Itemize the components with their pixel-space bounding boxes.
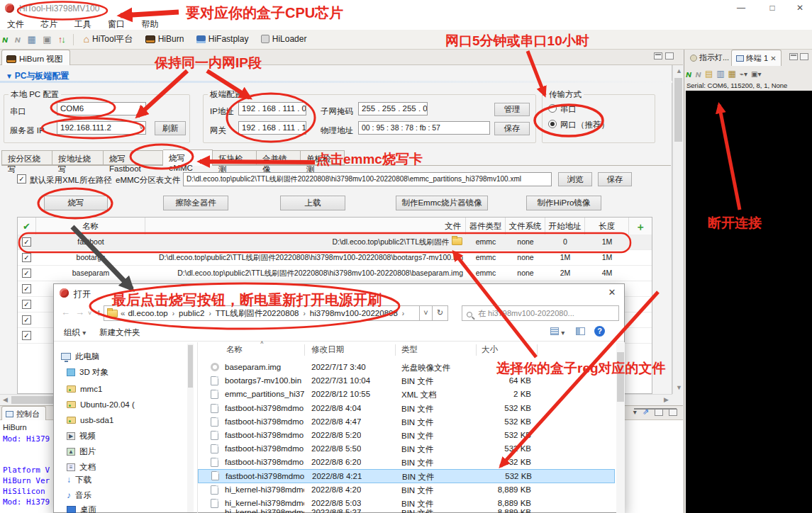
lock-icon[interactable]: ▦ — [728, 69, 736, 79]
sidebar-item-desktop[interactable]: 桌面 — [67, 502, 96, 513]
ip-input[interactable]: 192 . 168 . 111 . 0 — [238, 102, 306, 115]
file-row[interactable]: fastboot-hi3798mdmo1a.bin2022/8/8 4:04BI… — [198, 402, 615, 416]
netmask-input[interactable]: 255 . 255 . 255 . 0 — [358, 102, 428, 115]
hiburn-button[interactable]: HiBurn — [145, 34, 184, 44]
upload-button[interactable]: 上载 — [280, 196, 345, 210]
disconnect-icon[interactable]: ɴ — [15, 34, 21, 45]
connect-icon[interactable]: ɴ — [2, 34, 8, 45]
col-file[interactable]: 文件 — [145, 218, 466, 235]
browse-file-icon[interactable] — [452, 237, 462, 245]
new-terminal-icon[interactable]: ▣▾ — [751, 70, 761, 78]
row-checkbox[interactable]: ✓ — [22, 237, 31, 247]
add-partition-button[interactable]: ＋ — [629, 218, 652, 235]
file-row[interactable]: fastboot-hi3798mdmo1d.bin2022/8/8 5:50BI… — [198, 442, 615, 456]
crumb-item[interactable]: public2 — [179, 309, 204, 317]
address-dropdown-icon[interactable]: ˅ — [420, 305, 433, 321]
transfer-icon[interactable]: ↑↓ — [58, 34, 66, 45]
help-button[interactable]: ? — [594, 326, 605, 337]
col-start-addr[interactable]: 开始地址 — [545, 218, 585, 235]
sidebar-item-mmc1[interactable]: mmc1 — [67, 382, 102, 396]
minimize-view-icon[interactable] — [654, 52, 662, 60]
tab-indicator-lamp[interactable]: 指示灯... — [686, 50, 733, 66]
dialog-close-button[interactable]: ✕ — [600, 284, 624, 303]
network-icon[interactable]: ▣ — [43, 34, 51, 45]
disconnect-terminal-icon[interactable]: ɴ — [695, 69, 701, 79]
file-row[interactable]: fastboot-hi3798mdmo1c.bin2022/8/8 5:20BI… — [198, 429, 615, 443]
col-header-name[interactable]: 名称 — [226, 344, 243, 355]
col-header-type[interactable]: 类型 — [401, 344, 418, 355]
search-input[interactable]: 在 hi3798mv100-2022080... — [462, 305, 619, 321]
mac-input[interactable]: 00 : 95 : 38 : 78 : fb : 57 — [358, 121, 490, 135]
burn-button[interactable]: 烧写 — [44, 196, 108, 210]
board-save-button[interactable]: 保存 — [494, 122, 530, 135]
sidebar-item-usb-sda1[interactable]: usb-sda1 — [67, 413, 113, 427]
table-row[interactable]: ✓ fastboot D:\dl.ecoo.top\public2\TTL线刷固… — [18, 235, 652, 250]
hitool-platform-button[interactable]: ⌂HiTool平台 — [84, 33, 133, 45]
sidebar-item-3d-objects[interactable]: 3D 对象 — [67, 365, 109, 379]
col-filesystem[interactable]: 文件系统 — [506, 218, 545, 235]
table-row[interactable]: ✓ bootargs D:\dl.ecoo.top\public2\TTL线刷固… — [18, 250, 652, 266]
gateway-input[interactable]: 192 . 168 . 111 . 1 — [238, 121, 306, 135]
minimize-panel-icon[interactable] — [789, 53, 798, 60]
sidebar-item-music[interactable]: ♪音乐 — [67, 488, 91, 502]
partition-table-path-input[interactable]: D:\dl.ecoo.top\public2\TTL线刷固件20220808\h… — [183, 172, 552, 186]
minimize-console-icon[interactable] — [655, 409, 663, 416]
manage-button[interactable]: 管理 — [494, 103, 530, 116]
maximize-view-icon[interactable] — [665, 52, 674, 60]
hiloader-button[interactable]: HiLoader — [261, 34, 307, 44]
sidebar-item-ubuntu[interactable]: Ubuntu-20.04 ( — [67, 398, 135, 412]
file-row[interactable]: hi_kernel-hi3798mdmo1a.bin2022/8/8 4:20B… — [198, 483, 615, 497]
file-row[interactable]: fastboot-hi3798mdmo1f.bin2022/8/8 6:20BI… — [198, 456, 615, 470]
file-list-scrollbar[interactable] — [616, 342, 625, 513]
browse-button[interactable]: 浏览 — [558, 172, 592, 186]
sidebar-item-documents[interactable]: ≡文档 — [67, 460, 96, 474]
sidebar-item-downloads[interactable]: ↓下载 — [67, 473, 91, 487]
file-row-selected[interactable]: fastboot-hi3798mdmo1g.bin2022/8/8 4:21BI… — [198, 469, 615, 483]
tab-console[interactable]: 控制台 — [1, 406, 46, 420]
board-config-icon[interactable]: ▦ — [28, 34, 36, 45]
network-radio[interactable] — [548, 120, 557, 128]
table-row[interactable]: ✓ baseparam D:\dl.ecoo.top\public2\TTL线刷… — [18, 266, 652, 281]
view-mode-button[interactable]: ▾ — [550, 327, 564, 337]
file-row[interactable]: emmc_partitions_hi3798mv100.xml2022/8/12… — [198, 388, 615, 402]
tab-bad-block-check[interactable]: 坏块检测 — [213, 150, 257, 165]
forward-icon[interactable]: → — [75, 307, 84, 317]
menu-window[interactable]: 窗口 — [101, 17, 132, 30]
close-button[interactable]: ✕ — [788, 0, 812, 17]
menu-file[interactable]: 文件 — [0, 17, 31, 30]
history-icon[interactable]: ˅ — [88, 310, 91, 317]
check-all-header[interactable]: ✔ — [18, 218, 36, 235]
tab-merge-image[interactable]: 合并镜像 — [257, 150, 301, 165]
tab-burn-fastboot[interactable]: 烧写Fastboot — [104, 150, 163, 165]
sidebar-item-pictures[interactable]: ▲图片 — [67, 444, 96, 458]
make-emmc-image-button[interactable]: 制作Emmc烧片器镜像 — [396, 196, 488, 210]
erase-all-button[interactable]: 擦除全器件 — [163, 196, 228, 210]
row-checkbox[interactable]: ✓ — [22, 284, 31, 293]
make-hipro-image-button[interactable]: 制作HiPro镜像 — [526, 196, 601, 210]
close-tab-icon[interactable]: ✕ — [770, 55, 776, 62]
tab-board-check[interactable]: 单板检测 — [301, 150, 345, 165]
plug-menu-icon[interactable]: ⌁▾ — [740, 70, 747, 78]
breadcrumb[interactable]: « dl.ecoo.top› public2› TTL线刷固件20220808›… — [104, 305, 420, 321]
col-length[interactable]: 长度 — [585, 218, 629, 235]
row-checkbox[interactable]: ✓ — [22, 253, 31, 262]
server-ip-select[interactable]: 192.168.111.2 — [57, 121, 146, 135]
tab-burn-by-partition[interactable]: 按分区烧写 — [1, 150, 52, 165]
col-name[interactable]: 名称 — [36, 218, 145, 235]
settings-icon[interactable]: ▤ — [705, 69, 713, 79]
file-row[interactable]: baseparam.img2022/7/17 3:40光盘映像文件 — [198, 361, 615, 375]
col-device-type[interactable]: 器件类型 — [466, 218, 506, 235]
row-checkbox[interactable]: ✓ — [22, 331, 31, 340]
maximize-console-icon[interactable] — [669, 409, 677, 416]
maximize-panel-icon[interactable] — [800, 53, 808, 60]
crumb-item[interactable]: TTL线刷固件20220808 — [216, 308, 299, 319]
crumb-item[interactable]: hi3798mv100-20220808 — [310, 309, 398, 317]
refresh-button[interactable]: 刷新 — [155, 121, 186, 135]
col-header-date[interactable]: 修改日期 — [311, 344, 344, 355]
sidebar-item-this-pc[interactable]: 此电脑 — [61, 349, 100, 363]
sidebar-scrollbar[interactable] — [187, 344, 194, 512]
preview-pane-button[interactable] — [576, 327, 585, 337]
file-row[interactable]: hi_kernel-hi3798mdmo1c.bin2022/8/8 5:27B… — [198, 506, 615, 513]
menu-tools[interactable]: 工具 — [67, 17, 99, 30]
scroll-lock-icon[interactable]: ▥ — [716, 69, 724, 79]
